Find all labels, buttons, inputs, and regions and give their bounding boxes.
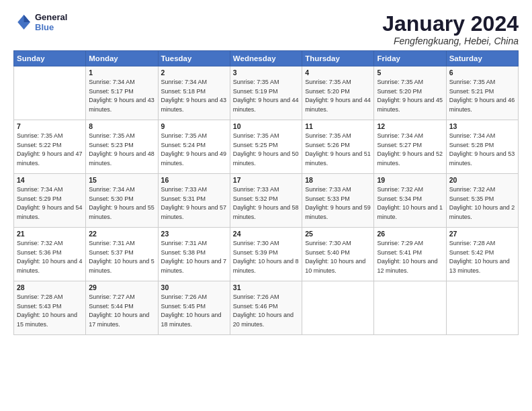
svg-marker-1 <box>24 15 30 22</box>
day-number: 10 <box>233 122 299 130</box>
table-row <box>302 281 374 335</box>
day-info: Sunrise: 7:29 AMSunset: 5:41 PMDaylight:… <box>377 240 437 274</box>
day-number: 19 <box>377 176 443 184</box>
day-info: Sunrise: 7:28 AMSunset: 5:43 PMDaylight:… <box>17 293 77 328</box>
table-row: 9 Sunrise: 7:35 AMSunset: 5:24 PMDayligh… <box>158 120 230 174</box>
day-info: Sunrise: 7:31 AMSunset: 5:37 PMDaylight:… <box>89 240 154 274</box>
table-row <box>446 281 518 335</box>
day-number: 2 <box>161 68 227 77</box>
table-row: 11 Sunrise: 7:35 AMSunset: 5:26 PMDaylig… <box>302 120 374 174</box>
day-info: Sunrise: 7:34 AMSunset: 5:29 PMDaylight:… <box>17 186 83 220</box>
day-info: Sunrise: 7:30 AMSunset: 5:39 PMDaylight:… <box>233 240 299 274</box>
table-row: 16 Sunrise: 7:33 AMSunset: 5:31 PMDaylig… <box>158 174 230 228</box>
day-info: Sunrise: 7:35 AMSunset: 5:22 PMDaylight:… <box>17 132 83 167</box>
table-row: 13 Sunrise: 7:34 AMSunset: 5:28 PMDaylig… <box>446 120 518 174</box>
table-row: 20 Sunrise: 7:32 AMSunset: 5:35 PMDaylig… <box>446 174 518 228</box>
table-row: 24 Sunrise: 7:30 AMSunset: 5:39 PMDaylig… <box>230 228 302 281</box>
table-row <box>374 281 446 335</box>
day-number: 14 <box>17 176 83 184</box>
table-row: 31 Sunrise: 7:26 AMSunset: 5:46 PMDaylig… <box>230 281 302 335</box>
table-row: 14 Sunrise: 7:34 AMSunset: 5:29 PMDaylig… <box>14 174 86 228</box>
table-row: 5 Sunrise: 7:35 AMSunset: 5:20 PMDayligh… <box>374 66 446 120</box>
table-row: 4 Sunrise: 7:35 AMSunset: 5:20 PMDayligh… <box>302 66 374 120</box>
day-number: 29 <box>89 283 154 291</box>
day-number: 30 <box>161 283 227 291</box>
day-info: Sunrise: 7:35 AMSunset: 5:20 PMDaylight:… <box>305 79 371 113</box>
title-block: January 2024 Fengfengkuang, Hebei, China <box>382 12 519 46</box>
day-number: 15 <box>89 176 154 184</box>
table-row: 7 Sunrise: 7:35 AMSunset: 5:22 PMDayligh… <box>14 120 86 174</box>
day-number: 22 <box>89 230 154 238</box>
day-number: 21 <box>17 230 83 238</box>
day-info: Sunrise: 7:35 AMSunset: 5:21 PMDaylight:… <box>449 79 515 113</box>
location: Fengfengkuang, Hebei, China <box>382 36 519 46</box>
day-info: Sunrise: 7:32 AMSunset: 5:35 PMDaylight:… <box>449 186 515 220</box>
table-row: 15 Sunrise: 7:34 AMSunset: 5:30 PMDaylig… <box>86 174 158 228</box>
table-row <box>14 66 86 120</box>
day-info: Sunrise: 7:26 AMSunset: 5:46 PMDaylight:… <box>233 293 294 328</box>
day-number: 17 <box>233 176 299 184</box>
day-info: Sunrise: 7:33 AMSunset: 5:33 PMDaylight:… <box>305 186 371 220</box>
calendar-table: Sunday Monday Tuesday Wednesday Thursday… <box>13 50 519 335</box>
day-info: Sunrise: 7:34 AMSunset: 5:27 PMDaylight:… <box>377 132 443 167</box>
table-row: 26 Sunrise: 7:29 AMSunset: 5:41 PMDaylig… <box>374 228 446 281</box>
table-row: 25 Sunrise: 7:30 AMSunset: 5:40 PMDaylig… <box>302 228 374 281</box>
day-info: Sunrise: 7:33 AMSunset: 5:32 PMDaylight:… <box>233 186 299 220</box>
table-row: 27 Sunrise: 7:28 AMSunset: 5:42 PMDaylig… <box>446 228 518 281</box>
day-info: Sunrise: 7:33 AMSunset: 5:31 PMDaylight:… <box>161 186 227 220</box>
table-row: 17 Sunrise: 7:33 AMSunset: 5:32 PMDaylig… <box>230 174 302 228</box>
logo: General Blue <box>13 12 67 32</box>
day-info: Sunrise: 7:30 AMSunset: 5:40 PMDaylight:… <box>305 240 365 274</box>
day-number: 23 <box>161 230 227 238</box>
day-info: Sunrise: 7:28 AMSunset: 5:42 PMDaylight:… <box>449 240 510 274</box>
table-row: 23 Sunrise: 7:31 AMSunset: 5:38 PMDaylig… <box>158 228 230 281</box>
day-info: Sunrise: 7:35 AMSunset: 5:24 PMDaylight:… <box>161 132 227 167</box>
table-row: 8 Sunrise: 7:35 AMSunset: 5:23 PMDayligh… <box>86 120 158 174</box>
day-number: 11 <box>305 122 371 130</box>
col-thursday: Thursday <box>302 51 374 66</box>
table-row: 30 Sunrise: 7:26 AMSunset: 5:45 PMDaylig… <box>158 281 230 335</box>
col-tuesday: Tuesday <box>158 51 230 66</box>
day-number: 13 <box>449 122 515 130</box>
header: General Blue January 2024 Fengfengkuang,… <box>13 12 519 46</box>
col-saturday: Saturday <box>446 51 518 66</box>
day-number: 25 <box>305 230 371 238</box>
table-row: 28 Sunrise: 7:28 AMSunset: 5:43 PMDaylig… <box>14 281 86 335</box>
table-row: 29 Sunrise: 7:27 AMSunset: 5:44 PMDaylig… <box>86 281 158 335</box>
day-number: 31 <box>233 283 299 291</box>
logo-text: General Blue <box>35 12 67 32</box>
day-info: Sunrise: 7:35 AMSunset: 5:19 PMDaylight:… <box>233 79 299 113</box>
day-info: Sunrise: 7:35 AMSunset: 5:23 PMDaylight:… <box>89 132 154 167</box>
day-number: 8 <box>89 122 154 130</box>
table-row: 10 Sunrise: 7:35 AMSunset: 5:25 PMDaylig… <box>230 120 302 174</box>
table-row: 3 Sunrise: 7:35 AMSunset: 5:19 PMDayligh… <box>230 66 302 120</box>
day-number: 24 <box>233 230 299 238</box>
day-info: Sunrise: 7:35 AMSunset: 5:25 PMDaylight:… <box>233 132 299 167</box>
day-number: 4 <box>305 68 371 77</box>
col-monday: Monday <box>86 51 158 66</box>
day-number: 18 <box>305 176 371 184</box>
day-info: Sunrise: 7:34 AMSunset: 5:18 PMDaylight:… <box>161 79 227 113</box>
day-number: 7 <box>17 122 83 130</box>
day-info: Sunrise: 7:26 AMSunset: 5:45 PMDaylight:… <box>161 293 222 328</box>
col-sunday: Sunday <box>14 51 86 66</box>
day-number: 27 <box>449 230 515 238</box>
day-number: 12 <box>377 122 443 130</box>
day-info: Sunrise: 7:32 AMSunset: 5:34 PMDaylight:… <box>377 186 443 220</box>
day-info: Sunrise: 7:34 AMSunset: 5:17 PMDaylight:… <box>89 79 154 113</box>
day-info: Sunrise: 7:34 AMSunset: 5:30 PMDaylight:… <box>89 186 154 220</box>
day-number: 5 <box>377 68 443 77</box>
col-wednesday: Wednesday <box>230 51 302 66</box>
day-number: 26 <box>377 230 443 238</box>
col-friday: Friday <box>374 51 446 66</box>
day-number: 1 <box>89 68 154 77</box>
table-row: 6 Sunrise: 7:35 AMSunset: 5:21 PMDayligh… <box>446 66 518 120</box>
table-row: 12 Sunrise: 7:34 AMSunset: 5:27 PMDaylig… <box>374 120 446 174</box>
day-number: 9 <box>161 122 227 130</box>
day-number: 28 <box>17 283 83 291</box>
day-info: Sunrise: 7:27 AMSunset: 5:44 PMDaylight:… <box>89 293 149 328</box>
header-row: Sunday Monday Tuesday Wednesday Thursday… <box>14 51 519 66</box>
day-info: Sunrise: 7:32 AMSunset: 5:36 PMDaylight:… <box>17 240 83 274</box>
day-number: 3 <box>233 68 299 77</box>
table-row: 18 Sunrise: 7:33 AMSunset: 5:33 PMDaylig… <box>302 174 374 228</box>
